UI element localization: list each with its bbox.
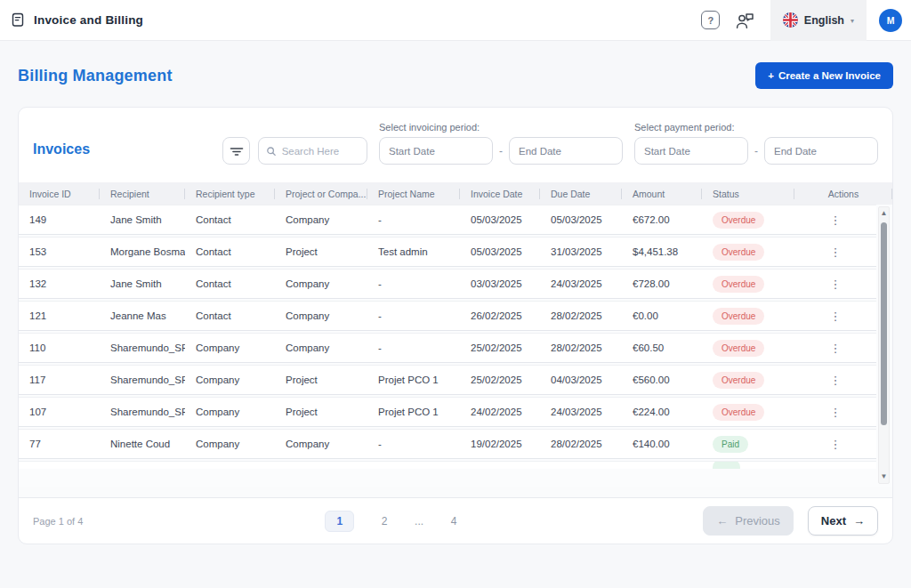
- page-title: Billing Management: [18, 67, 173, 85]
- search-box[interactable]: [258, 137, 367, 165]
- status-badge: Overdue: [713, 276, 764, 293]
- cell-invoice_date: 03/03/2025: [460, 278, 540, 289]
- cell-recipient: Ninette Coud: [100, 439, 185, 449]
- cell-invoice_date: 24/02/2025: [460, 407, 540, 417]
- table-row: 107Sharemundo_SFCCompanyProjectProjet PC…: [19, 397, 876, 427]
- cell-recipient_type: Contact: [185, 310, 275, 321]
- invoice-table-body: 149Jane SmithContactCompany-05/03/202505…: [19, 205, 876, 469]
- range-separator: -: [754, 145, 758, 157]
- column-header-amount: Amount: [622, 189, 702, 199]
- page-number-list: 12...4: [83, 511, 703, 532]
- scroll-up-icon[interactable]: ▲: [881, 207, 888, 220]
- pagination-bar: Page 1 of 4 12...4 ← Previous Next →: [19, 497, 892, 544]
- cell-invoice_id: 121: [19, 310, 100, 321]
- arrow-left-icon: ←: [716, 514, 728, 528]
- cell-recipient_type: Company: [185, 407, 275, 417]
- cell-invoice_id: 110: [19, 342, 100, 353]
- cell-project_or_company: Project: [275, 407, 367, 417]
- cell-project_or_company: Project: [275, 375, 367, 385]
- table-row: 153Morgane Bosman (CoContactProjectTest …: [19, 237, 876, 267]
- invoicing-period-group: Select invoicing period: -: [379, 122, 623, 165]
- cell-recipient_type: Contact: [185, 214, 275, 225]
- cell-project_name: Projet PCO 1: [367, 375, 460, 385]
- cell-project_name: -: [367, 439, 460, 449]
- cell-invoice_date: 25/02/2025: [460, 342, 540, 353]
- cell-invoice_id: 132: [19, 278, 100, 289]
- search-input[interactable]: [282, 146, 359, 157]
- table-row: 117Sharemundo_SFCCompanyProjectProjet PC…: [19, 365, 876, 395]
- previous-page-button[interactable]: ← Previous: [703, 506, 794, 536]
- cell-project_or_company: Company: [275, 439, 367, 449]
- user-avatar[interactable]: M: [879, 9, 902, 32]
- app-title: Invoice and Billing: [34, 13, 143, 27]
- create-invoice-button[interactable]: + Create a New Invoice: [755, 62, 893, 89]
- arrow-right-icon: →: [853, 514, 865, 528]
- status-badge: Overdue: [713, 404, 764, 421]
- column-header-recipient_type: Recipient type: [185, 189, 275, 199]
- invoicing-start-date-input[interactable]: [379, 137, 493, 165]
- kebab-menu-icon[interactable]: ⋮: [830, 213, 842, 227]
- cell-recipient: Jane Smith: [100, 214, 185, 225]
- table-row: 77Ninette CoudCompanyCompany-19/02/20252…: [19, 429, 876, 459]
- kebab-menu-icon[interactable]: ⋮: [830, 438, 842, 451]
- cell-project_name: -: [367, 278, 460, 289]
- kebab-menu-icon[interactable]: ⋮: [830, 374, 842, 387]
- table-row: 132Jane SmithContactCompany-03/03/202524…: [19, 269, 876, 299]
- search-icon: [266, 145, 277, 157]
- column-header-status: Status: [702, 189, 794, 199]
- cell-invoice_date: 05/03/2025: [460, 214, 540, 225]
- invoicing-end-date-input[interactable]: [509, 137, 623, 165]
- cell-recipient: Jeanne Mas: [100, 310, 185, 321]
- kebab-menu-icon[interactable]: ⋮: [830, 342, 842, 355]
- cell-project_name: -: [367, 310, 460, 321]
- page-number-4[interactable]: 4: [447, 515, 461, 528]
- kebab-menu-icon[interactable]: ⋮: [830, 278, 842, 291]
- cell-project_or_company: Company: [275, 310, 367, 321]
- table-row: 121Jeanne MasContactCompany-26/02/202528…: [19, 301, 876, 331]
- cell-due_date: 24/03/2025: [540, 278, 622, 289]
- scrollbar-thumb[interactable]: [881, 222, 887, 425]
- cell-amount: €140.00: [622, 439, 702, 449]
- scroll-down-icon[interactable]: ▼: [881, 471, 888, 483]
- payment-period-group: Select payment period: -: [634, 122, 878, 165]
- language-label: English: [804, 14, 844, 27]
- cell-recipient_type: Contact: [185, 278, 275, 289]
- kebab-menu-icon[interactable]: ⋮: [830, 246, 842, 259]
- cell-amount: $4,451.38: [622, 246, 702, 257]
- table-scrollbar[interactable]: ▲ ▼: [878, 206, 890, 484]
- page-ellipsis: ...: [415, 515, 423, 528]
- cell-invoice_date: 26/02/2025: [460, 310, 540, 321]
- status-badge-clipped: [713, 461, 740, 469]
- chevron-down-icon: ▾: [851, 17, 854, 25]
- cell-actions: ⋮: [794, 438, 876, 451]
- cell-recipient: Sharemundo_SFC: [100, 407, 185, 417]
- payment-end-date-input[interactable]: [764, 137, 878, 165]
- filter-icon: [230, 145, 244, 157]
- plus-icon: +: [768, 70, 774, 81]
- cell-status: Paid: [702, 436, 794, 453]
- cell-recipient: Sharemundo_SFC: [100, 375, 185, 385]
- column-header-invoice_id: Invoice ID: [19, 189, 100, 199]
- cell-invoice_id: 153: [19, 246, 100, 257]
- cell-project_name: -: [367, 342, 460, 353]
- cell-recipient: Jane Smith: [100, 278, 185, 289]
- filter-button[interactable]: [222, 137, 250, 165]
- kebab-menu-icon[interactable]: ⋮: [830, 310, 842, 323]
- feedback-button[interactable]: [731, 7, 758, 34]
- next-page-button[interactable]: Next →: [808, 506, 878, 536]
- help-button[interactable]: ?: [697, 7, 724, 34]
- invoicing-period-label: Select invoicing period:: [379, 122, 623, 133]
- status-badge: Paid: [713, 436, 748, 453]
- page-summary: Page 1 of 4: [33, 516, 83, 527]
- cell-amount: €728.00: [622, 278, 702, 289]
- cell-recipient: Morgane Bosman (Co: [100, 246, 185, 257]
- cell-due_date: 05/03/2025: [540, 214, 622, 225]
- payment-start-date-input[interactable]: [634, 137, 748, 165]
- cell-amount: €224.00: [622, 407, 702, 417]
- page-number-2[interactable]: 2: [377, 515, 391, 528]
- cell-recipient_type: Company: [185, 375, 275, 385]
- kebab-menu-icon[interactable]: ⋮: [830, 406, 842, 419]
- status-badge: Overdue: [713, 308, 764, 325]
- language-selector[interactable]: English ▾: [770, 0, 867, 41]
- page-number-1[interactable]: 1: [325, 511, 354, 532]
